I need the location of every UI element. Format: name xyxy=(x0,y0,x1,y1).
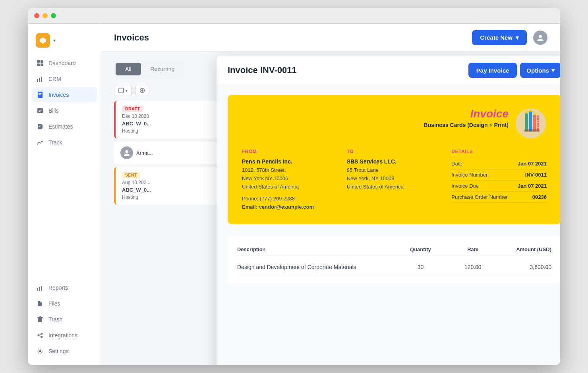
settings-icon xyxy=(37,348,44,355)
yellow-invoice: Invoice Business Cards (Design + Print) xyxy=(228,95,560,224)
sidebar-item-reports[interactable]: Reports xyxy=(32,280,97,295)
sidebar-item-integrations[interactable]: Integrations xyxy=(32,328,97,343)
svg-line-29 xyxy=(40,336,41,336)
from-section: From Pens n Pencils Inc. 1012, 578th Str… xyxy=(242,149,337,211)
details-date-row: Date Jan 07 2021 xyxy=(451,158,547,169)
sidebar-item-label: Dashboard xyxy=(48,60,76,66)
svg-line-28 xyxy=(40,334,41,335)
svg-rect-6 xyxy=(39,78,40,82)
sidebar-item-label: CRM xyxy=(48,76,61,82)
invoice-table: Description Quantity Rate Amount (USD) D… xyxy=(228,235,560,283)
sidebar-item-label: Trash xyxy=(48,316,62,323)
sidebar-item-trash[interactable]: Trash xyxy=(32,312,97,327)
tab-recurring[interactable]: Recurring xyxy=(141,63,184,75)
tab-all[interactable]: All xyxy=(116,63,141,75)
yi-title-block: Invoice Business Cards (Design + Print) xyxy=(424,108,509,139)
contact-name: Arma... xyxy=(136,150,153,156)
business-logo xyxy=(515,108,547,139)
svg-rect-12 xyxy=(37,108,43,113)
sidebar-item-settings[interactable]: Settings xyxy=(32,344,97,359)
main-area: Invoices Create New ▾ xyxy=(101,24,560,365)
sidebar-item-label: Invoices xyxy=(48,92,69,98)
invoice-desc: Hosting xyxy=(122,128,211,134)
checkbox-chevron: ▾ xyxy=(126,88,128,93)
yi-invoice-text: Invoice xyxy=(424,108,509,120)
sidebar-item-files[interactable]: Files xyxy=(32,296,97,311)
invoice-number: ABC_W_0... xyxy=(122,121,211,127)
svg-rect-50 xyxy=(524,129,540,132)
main-content: All Recurring ▾ xyxy=(101,52,560,365)
integrations-icon xyxy=(37,332,44,339)
details-section: Details Date Jan 07 2021 Invoice Number … xyxy=(451,149,547,211)
estimates-icon xyxy=(37,123,44,130)
sent-badge: SENT xyxy=(122,172,140,178)
svg-rect-14 xyxy=(39,111,41,112)
col-quantity: Quantity xyxy=(395,246,447,252)
svg-rect-2 xyxy=(41,60,43,63)
svg-rect-24 xyxy=(39,316,41,317)
trash-icon xyxy=(37,316,44,323)
svg-rect-21 xyxy=(41,286,42,291)
sidebar-item-track[interactable]: Track xyxy=(32,135,97,150)
svg-rect-38 xyxy=(525,113,528,131)
main-header: Invoices Create New ▾ xyxy=(101,24,560,52)
svg-rect-22 xyxy=(38,318,42,322)
track-icon xyxy=(37,139,44,146)
options-chevron: ▾ xyxy=(551,67,555,74)
checkbox-control[interactable]: ▾ xyxy=(114,85,132,96)
col-description: Description xyxy=(237,246,395,252)
table-row: Design and Development of Corporate Mate… xyxy=(237,259,551,275)
to-address: 85 Trout Lane New York, NY 10009 United … xyxy=(347,166,442,191)
yi-top: Invoice Business Cards (Design + Print) xyxy=(242,108,547,139)
invoice-date: Aug 10 202... xyxy=(122,180,211,185)
close-dot[interactable] xyxy=(34,13,39,18)
invoice-card-sent[interactable]: SENT Aug 10 202... ABC_W_0... Hosting xyxy=(114,167,217,205)
svg-marker-0 xyxy=(40,37,46,44)
titlebar xyxy=(28,8,560,24)
pay-invoice-button[interactable]: Pay Invoice xyxy=(468,63,517,78)
reports-icon xyxy=(37,284,44,291)
dashboard-icon xyxy=(37,60,44,67)
header-right: Create New ▾ xyxy=(472,30,547,45)
sidebar-item-label: Reports xyxy=(48,285,68,291)
svg-rect-40 xyxy=(533,115,536,131)
sidebar-item-estimates[interactable]: Estimates xyxy=(32,119,97,134)
contact-row[interactable]: Arma... xyxy=(114,142,217,164)
sidebar-item-label: Bills xyxy=(48,108,59,114)
svg-rect-9 xyxy=(39,93,42,94)
sidebar-item-invoices[interactable]: Invoices xyxy=(32,87,97,102)
sidebar-logo[interactable]: ▾ xyxy=(28,30,101,56)
crm-icon xyxy=(37,75,44,83)
options-label: Options xyxy=(526,67,549,74)
minimize-dot[interactable] xyxy=(43,13,48,18)
bills-icon xyxy=(37,107,44,114)
svg-point-26 xyxy=(41,333,43,335)
table-header: Description Quantity Rate Amount (USD) xyxy=(237,243,551,256)
create-new-chevron: ▾ xyxy=(516,34,519,41)
details-label: Details xyxy=(451,149,547,154)
svg-rect-11 xyxy=(39,96,41,96)
sidebar-item-crm[interactable]: CRM xyxy=(32,71,97,87)
draft-badge: DRAFT xyxy=(122,106,143,112)
sidebar-item-bills[interactable]: Bills xyxy=(32,103,97,118)
svg-rect-7 xyxy=(41,77,42,82)
svg-point-27 xyxy=(41,336,43,338)
svg-rect-3 xyxy=(37,63,40,66)
filter-button[interactable] xyxy=(135,85,149,96)
svg-rect-1 xyxy=(37,60,40,63)
user-avatar[interactable] xyxy=(533,31,547,45)
to-section: To SBS Services LLC. 85 Trout Lane New Y… xyxy=(347,149,442,211)
svg-rect-39 xyxy=(529,112,532,131)
options-button[interactable]: Options ▾ xyxy=(520,63,560,78)
from-contact: Phone: (777) 209 2288 Email: vendor@exam… xyxy=(242,195,337,211)
svg-rect-23 xyxy=(37,317,43,318)
row-description: Design and Development of Corporate Mate… xyxy=(237,264,395,270)
create-new-label: Create New xyxy=(480,34,513,41)
sidebar: ▾ Dashboard xyxy=(28,24,101,365)
invoice-card-draft[interactable]: DRAFT Dec 10 2020 ABC_W_0... Hosting xyxy=(114,101,217,138)
logo-chevron: ▾ xyxy=(53,38,56,43)
sidebar-item-label: Files xyxy=(48,300,60,307)
sidebar-item-dashboard[interactable]: Dashboard xyxy=(32,56,97,71)
maximize-dot[interactable] xyxy=(51,13,56,18)
create-new-button[interactable]: Create New ▾ xyxy=(472,30,527,45)
